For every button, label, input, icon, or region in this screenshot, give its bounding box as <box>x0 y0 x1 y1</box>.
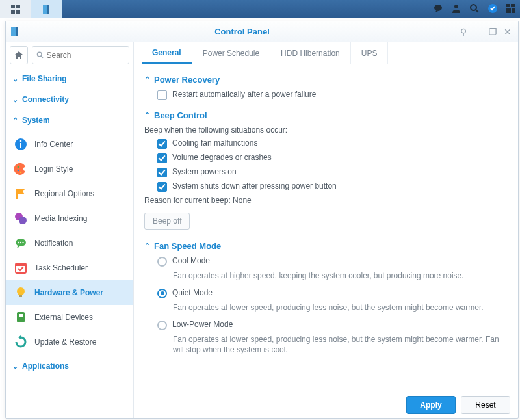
svg-line-18 <box>41 56 43 58</box>
nav-task-scheduler[interactable]: Task Scheduler <box>6 256 133 280</box>
label-fan-malfunction: Cooling fan malfunctions <box>172 138 257 148</box>
close-icon[interactable]: ✕ <box>504 27 512 36</box>
search-icon <box>36 51 44 59</box>
minimize-icon[interactable]: — <box>473 27 482 36</box>
svg-rect-36 <box>17 312 25 322</box>
beep-reason: Reason for current beep: None <box>144 196 508 205</box>
svg-rect-16 <box>16 27 18 36</box>
content-area: General Power Schedule HDD Hibernation U… <box>134 42 518 418</box>
svg-rect-37 <box>19 314 23 317</box>
svg-rect-1 <box>16 5 20 8</box>
tray-widget-icon[interactable] <box>488 3 498 16</box>
search-input-wrap[interactable] <box>32 46 129 64</box>
desc-cool-mode: Fan operates at higher speed, keeping th… <box>173 270 508 282</box>
control-panel-window: Control Panel ⚲ — ❐ ✕ ⌄File Sharing ⌄Con… <box>5 21 519 419</box>
maximize-icon[interactable]: ❐ <box>489 27 497 36</box>
svg-point-6 <box>434 5 442 11</box>
nav-external-devices[interactable]: External Devices <box>6 305 133 330</box>
bulb-icon <box>14 285 28 300</box>
category-connectivity[interactable]: ⌄Connectivity <box>6 89 133 110</box>
category-system[interactable]: ⌃System <box>6 110 133 131</box>
tray-search-icon[interactable] <box>469 3 480 16</box>
beep-off-button[interactable]: Beep off <box>144 213 190 230</box>
desc-quiet-mode: Fan operates at lower speed, producing l… <box>173 302 508 313</box>
app-icon <box>6 27 24 37</box>
svg-point-31 <box>22 242 23 243</box>
tab-hdd-hibernation[interactable]: HDD Hibernation <box>270 42 351 64</box>
svg-rect-3 <box>16 10 20 14</box>
checkbox-powers-on[interactable] <box>157 168 167 177</box>
svg-rect-13 <box>506 8 511 13</box>
svg-point-23 <box>18 170 20 172</box>
label-shutdown-button: System shuts down after pressing power b… <box>172 181 337 190</box>
calendar-icon <box>14 261 28 275</box>
svg-point-30 <box>20 242 21 243</box>
section-fan-speed[interactable]: ⌃Fan Speed Mode <box>144 241 508 251</box>
taskbar <box>0 0 520 18</box>
home-button[interactable] <box>10 46 28 64</box>
media-icon <box>14 211 28 226</box>
svg-rect-0 <box>11 5 15 8</box>
section-beep-control[interactable]: ⌃Beep Control <box>144 111 508 120</box>
svg-point-29 <box>18 242 19 243</box>
chevron-up-icon: ⌃ <box>12 116 18 125</box>
sidebar: ⌄File Sharing ⌄Connectivity ⌃System Info… <box>6 42 134 418</box>
nav-notification[interactable]: Notification <box>6 231 133 256</box>
svg-rect-33 <box>16 263 26 266</box>
tab-general[interactable]: General <box>142 42 192 64</box>
tray-chat-icon[interactable] <box>433 3 443 16</box>
nav-info-center[interactable]: Info Center <box>6 132 133 157</box>
tab-ups[interactable]: UPS <box>351 42 389 64</box>
nav-regional-options[interactable]: Regional Options <box>6 181 133 206</box>
radio-cool-mode[interactable] <box>157 257 167 267</box>
search-input[interactable] <box>47 51 125 60</box>
tray-user-icon[interactable] <box>451 3 462 16</box>
checkbox-shutdown-button[interactable] <box>157 182 167 192</box>
flag-icon <box>14 187 28 201</box>
desc-low-power-mode: Fan operates at lower speed, producing l… <box>173 334 508 356</box>
chevron-up-icon: ⌃ <box>144 242 150 250</box>
category-file-sharing[interactable]: ⌄File Sharing <box>6 68 133 89</box>
section-power-recovery[interactable]: ⌃Power Recovery <box>144 75 508 85</box>
label-low-power-mode: Low-Power Mode <box>172 320 233 329</box>
taskbar-main-menu[interactable] <box>0 0 31 18</box>
label-volume-degrades: Volume degrades or crashes <box>172 153 272 162</box>
tab-bar: General Power Schedule HDD Hibernation U… <box>134 42 518 64</box>
tray-pilot-icon[interactable] <box>506 3 516 16</box>
label-restart-auto: Restart automatically after a power fail… <box>172 90 316 99</box>
nav-update-restore[interactable]: Update & Restore <box>6 330 133 354</box>
radio-quiet-mode[interactable] <box>157 289 167 298</box>
svg-rect-12 <box>511 4 515 7</box>
category-applications[interactable]: ⌄Applications <box>6 356 133 376</box>
checkbox-volume-degrades[interactable] <box>157 153 167 163</box>
chevron-up-icon: ⌃ <box>144 111 150 120</box>
radio-low-power-mode[interactable] <box>157 321 167 330</box>
svg-rect-20 <box>20 143 21 148</box>
label-cool-mode: Cool Mode <box>172 256 210 265</box>
nav-list-system: Info Center Login Style Regional Options… <box>6 131 133 356</box>
checkbox-restart-auto[interactable] <box>157 90 167 100</box>
chevron-down-icon: ⌄ <box>12 96 18 104</box>
svg-point-17 <box>37 52 41 56</box>
apply-button[interactable]: Apply <box>406 396 456 414</box>
svg-line-9 <box>476 10 478 12</box>
svg-point-21 <box>20 140 22 142</box>
footer: Apply Reset <box>134 391 518 418</box>
svg-rect-11 <box>506 4 510 7</box>
nav-hardware-power[interactable]: Hardware & Power <box>6 280 133 305</box>
reset-button[interactable]: Reset <box>461 396 510 414</box>
svg-rect-35 <box>20 295 22 297</box>
nav-login-style[interactable]: Login Style <box>6 157 133 181</box>
beep-intro: Beep when the following situations occur… <box>144 125 508 135</box>
taskbar-app-control-panel[interactable] <box>31 0 62 18</box>
chat-icon <box>14 236 28 250</box>
nav-media-indexing[interactable]: Media Indexing <box>6 206 133 231</box>
tab-power-schedule[interactable]: Power Schedule <box>192 42 270 64</box>
checkbox-fan-malfunction[interactable] <box>157 139 167 149</box>
svg-rect-5 <box>47 5 49 14</box>
settings-panel: ⌃Power Recovery Restart automatically af… <box>134 64 518 391</box>
svg-rect-2 <box>11 10 15 14</box>
pin-icon[interactable]: ⚲ <box>460 27 467 36</box>
system-tray <box>433 0 520 18</box>
svg-point-22 <box>18 166 20 168</box>
